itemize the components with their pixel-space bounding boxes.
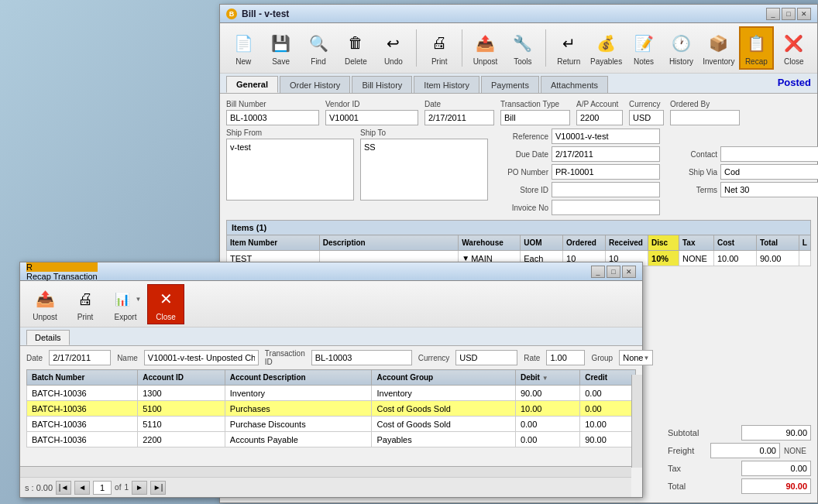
vendor-id-input[interactable] [325, 110, 418, 125]
summary-panel: Subtotal Freight NONE Tax Total [668, 425, 811, 496]
due-date-input[interactable] [552, 146, 660, 162]
subtotal-label: Subtotal [668, 428, 706, 437]
notes-button[interactable]: 📝 Notes [627, 26, 661, 70]
recap-minimize-button[interactable]: _ [591, 266, 605, 278]
prev-page-button[interactable]: ◄ [74, 481, 90, 495]
return-button[interactable]: ↵ Return [552, 26, 586, 70]
ship-via-input[interactable] [720, 164, 818, 180]
ap-account-group: A/P Account [576, 100, 623, 125]
account-desc-cell: Accounts Payable [225, 432, 372, 447]
print-button[interactable]: 🖨 Print [422, 26, 456, 70]
delete-button[interactable]: 🗑 Delete [339, 26, 373, 70]
recap-print-button[interactable]: 🖨 Print [67, 284, 104, 324]
col-debit[interactable]: Debit ▼ [515, 370, 579, 386]
find-button[interactable]: 🔍 Find [301, 26, 335, 70]
terms-input[interactable] [720, 182, 818, 197]
first-page-button[interactable]: |◄ [56, 481, 71, 495]
tax-cell: NONE [679, 251, 713, 266]
total-input[interactable] [741, 478, 811, 494]
recap-window-icon: R [26, 262, 98, 272]
ship-to-label: Ship To [360, 129, 488, 137]
recap-unpost-button[interactable]: 📤 Unpost [26, 284, 64, 324]
bill-number-input[interactable] [226, 110, 319, 125]
date-input[interactable] [424, 110, 494, 125]
invoice-no-label: Invoice No [494, 204, 548, 212]
tab-bill-history[interactable]: Bill History [352, 76, 412, 93]
close-tool-button[interactable]: ❌ Close [777, 26, 811, 70]
recap-export-button[interactable]: 📊 ▼ Export [107, 284, 144, 324]
inventory-button[interactable]: 📦 Inventory [702, 26, 736, 70]
ship-from-input[interactable]: v-test [226, 139, 354, 201]
account-group-cell: Payables [372, 432, 515, 447]
form-content: Bill Number Vendor ID Date Transaction T… [220, 94, 817, 273]
tools-button[interactable]: 🔧 Tools [506, 26, 540, 70]
tab-order-history[interactable]: Order History [280, 76, 350, 93]
last-page-button[interactable]: ►| [150, 481, 166, 495]
recap-rate-input[interactable] [546, 350, 585, 365]
reference-input[interactable] [552, 129, 660, 144]
currency-input[interactable] [629, 110, 664, 125]
col-credit: Credit [580, 370, 636, 386]
recap-horizontal-scrollbar[interactable] [20, 466, 631, 477]
recap-button[interactable]: 📋 Recap [739, 26, 774, 70]
new-button[interactable]: 📄 New [226, 26, 260, 70]
tab-payments[interactable]: Payments [481, 76, 539, 93]
tax-row: Tax [668, 461, 811, 476]
payables-button[interactable]: 💰 Payables [589, 26, 623, 70]
tab-general[interactable]: General [226, 76, 278, 93]
recap-vertical-scrollbar[interactable] [631, 375, 642, 468]
ordered-by-input[interactable] [670, 110, 740, 125]
bill-number-label: Bill Number [226, 100, 319, 108]
recap-restore-button[interactable]: □ [607, 266, 620, 278]
recap-close-tool-button[interactable]: ✕ Close [147, 284, 184, 324]
tab-attachments[interactable]: Attachments [541, 76, 608, 93]
col-cost: Cost [713, 235, 756, 251]
transaction-type-input[interactable] [500, 110, 570, 125]
main-titlebar: B Bill - v-test _ □ ✕ [220, 5, 817, 23]
ap-account-input[interactable] [576, 110, 623, 125]
col-batch-number: Batch Number [27, 370, 138, 386]
unpost-button[interactable]: 📤 Unpost [468, 26, 502, 70]
next-page-button[interactable]: ► [132, 481, 147, 495]
ship-to-input[interactable]: SS [360, 139, 488, 201]
save-button[interactable]: 💾 Save [263, 26, 297, 70]
undo-button[interactable]: ↩ Undo [376, 26, 411, 70]
current-page-input[interactable] [93, 481, 112, 495]
po-number-input[interactable] [552, 164, 660, 180]
store-id-row: Store ID Terms [494, 182, 818, 197]
col-account-id: Account ID [138, 370, 225, 386]
col-warehouse: Warehouse [459, 235, 521, 251]
pagination-s-label: s : 0.00 [25, 483, 53, 492]
col-total: Total [756, 235, 799, 251]
recap-name-input[interactable] [144, 350, 259, 365]
recap-trans-id-input[interactable] [311, 350, 412, 365]
contact-input[interactable] [720, 146, 818, 162]
undo-label: Undo [384, 57, 403, 66]
history-button[interactable]: 🕐 History [664, 26, 698, 70]
minimize-button[interactable]: _ [766, 8, 780, 20]
of-label: of [115, 483, 121, 492]
col-description: Description [319, 235, 459, 251]
delete-label: Delete [345, 57, 367, 66]
recap-print-icon: 🖨 [73, 286, 98, 311]
inventory-label: Inventory [703, 57, 734, 66]
recap-group-dropdown[interactable]: None ▼ [619, 350, 653, 365]
recap-date-input[interactable] [49, 350, 111, 365]
restore-button[interactable]: □ [782, 8, 796, 20]
ship-via-label: Ship Via [663, 168, 717, 177]
recap-currency-input[interactable] [455, 350, 517, 365]
subtotal-input[interactable] [741, 425, 811, 441]
recap-close-button[interactable]: ✕ [622, 266, 636, 278]
close-button[interactable]: ✕ [797, 8, 811, 20]
tax-input[interactable] [741, 461, 811, 476]
tab-item-history[interactable]: Item History [414, 76, 479, 93]
recap-label: Recap [745, 57, 768, 66]
invoice-no-input[interactable] [552, 200, 660, 215]
store-id-input[interactable] [552, 182, 660, 197]
store-id-label: Store ID [494, 186, 548, 194]
tab-details[interactable]: Details [26, 330, 70, 345]
vendor-id-label: Vendor ID [325, 100, 418, 108]
main-toolbar: 📄 New 💾 Save 🔍 Find 🗑 Delete ↩ Undo 🖨 Pr… [220, 23, 817, 74]
freight-input[interactable] [710, 443, 780, 458]
col-l: L [799, 235, 810, 251]
